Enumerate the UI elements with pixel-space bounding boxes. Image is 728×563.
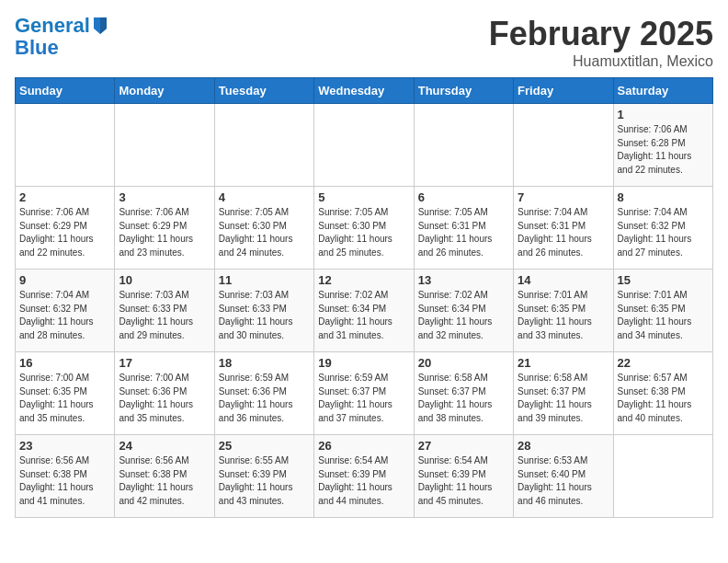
day-number: 26 — [318, 439, 409, 453]
logo-icon — [92, 16, 108, 36]
day-number: 4 — [219, 190, 310, 204]
calendar-cell: 1Sunrise: 7:06 AM Sunset: 6:28 PM Daylig… — [613, 104, 712, 187]
calendar-cell: 26Sunrise: 6:54 AM Sunset: 6:39 PM Dayli… — [314, 435, 414, 518]
day-info: Sunrise: 6:58 AM Sunset: 6:37 PM Dayligh… — [418, 372, 509, 425]
calendar-cell: 25Sunrise: 6:55 AM Sunset: 6:39 PM Dayli… — [214, 435, 313, 518]
calendar-week-row: 1Sunrise: 7:06 AM Sunset: 6:28 PM Daylig… — [16, 104, 713, 187]
day-number: 17 — [119, 356, 210, 370]
day-info: Sunrise: 7:00 AM Sunset: 6:35 PM Dayligh… — [19, 372, 110, 425]
logo-text: General — [15, 15, 90, 37]
calendar-cell: 7Sunrise: 7:04 AM Sunset: 6:31 PM Daylig… — [514, 187, 613, 270]
calendar-cell — [214, 104, 313, 187]
day-info: Sunrise: 6:54 AM Sunset: 6:39 PM Dayligh… — [318, 454, 409, 508]
calendar-cell: 14Sunrise: 7:01 AM Sunset: 6:35 PM Dayli… — [514, 270, 613, 352]
calendar-cell — [115, 104, 214, 187]
day-info: Sunrise: 7:02 AM Sunset: 6:34 PM Dayligh… — [318, 289, 409, 342]
day-info: Sunrise: 6:59 AM Sunset: 6:36 PM Dayligh… — [219, 372, 310, 425]
calendar-title: February 2025 — [489, 15, 713, 53]
day-number: 20 — [418, 356, 509, 370]
calendar-cell: 15Sunrise: 7:01 AM Sunset: 6:35 PM Dayli… — [613, 270, 712, 352]
calendar-cell: 13Sunrise: 7:02 AM Sunset: 6:34 PM Dayli… — [414, 270, 513, 352]
calendar-cell: 8Sunrise: 7:04 AM Sunset: 6:32 PM Daylig… — [613, 187, 712, 270]
day-info: Sunrise: 7:04 AM Sunset: 6:32 PM Dayligh… — [19, 289, 110, 342]
day-info: Sunrise: 7:03 AM Sunset: 6:33 PM Dayligh… — [119, 289, 210, 342]
day-info: Sunrise: 7:06 AM Sunset: 6:29 PM Dayligh… — [19, 206, 110, 259]
day-info: Sunrise: 6:58 AM Sunset: 6:37 PM Dayligh… — [518, 372, 609, 425]
day-info: Sunrise: 6:56 AM Sunset: 6:38 PM Dayligh… — [19, 454, 110, 508]
day-number: 7 — [518, 190, 609, 204]
weekday-header: Monday — [115, 78, 214, 104]
day-number: 24 — [119, 439, 210, 453]
day-number: 15 — [618, 273, 709, 287]
calendar-cell: 24Sunrise: 6:56 AM Sunset: 6:38 PM Dayli… — [115, 435, 214, 518]
day-info: Sunrise: 6:56 AM Sunset: 6:38 PM Dayligh… — [119, 454, 210, 508]
weekday-header: Sunday — [16, 78, 115, 104]
calendar-subtitle: Huamuxtitlan, Mexico — [489, 53, 713, 70]
day-info: Sunrise: 7:02 AM Sunset: 6:34 PM Dayligh… — [418, 289, 509, 342]
day-number: 28 — [518, 439, 609, 453]
calendar-cell: 16Sunrise: 7:00 AM Sunset: 6:35 PM Dayli… — [16, 352, 115, 435]
calendar-cell: 4Sunrise: 7:05 AM Sunset: 6:30 PM Daylig… — [214, 187, 313, 270]
day-number: 18 — [219, 356, 310, 370]
calendar-cell: 6Sunrise: 7:05 AM Sunset: 6:31 PM Daylig… — [414, 187, 513, 270]
weekday-header: Thursday — [414, 78, 513, 104]
day-number: 25 — [219, 439, 310, 453]
calendar-cell: 27Sunrise: 6:54 AM Sunset: 6:39 PM Dayli… — [414, 435, 513, 518]
day-info: Sunrise: 7:01 AM Sunset: 6:35 PM Dayligh… — [518, 289, 609, 342]
calendar-cell: 9Sunrise: 7:04 AM Sunset: 6:32 PM Daylig… — [16, 270, 115, 352]
day-number: 10 — [119, 273, 210, 287]
day-info: Sunrise: 7:01 AM Sunset: 6:35 PM Dayligh… — [618, 289, 709, 342]
day-number: 22 — [618, 356, 709, 370]
day-number: 16 — [19, 356, 110, 370]
calendar-cell: 23Sunrise: 6:56 AM Sunset: 6:38 PM Dayli… — [16, 435, 115, 518]
header-row: SundayMondayTuesdayWednesdayThursdayFrid… — [16, 78, 713, 104]
calendar-cell: 10Sunrise: 7:03 AM Sunset: 6:33 PM Dayli… — [115, 270, 214, 352]
day-info: Sunrise: 7:05 AM Sunset: 6:30 PM Dayligh… — [219, 206, 310, 259]
calendar-cell: 3Sunrise: 7:06 AM Sunset: 6:29 PM Daylig… — [115, 187, 214, 270]
day-number: 1 — [618, 108, 709, 121]
day-number: 8 — [618, 190, 709, 204]
calendar-cell — [314, 104, 414, 187]
day-number: 27 — [418, 439, 509, 453]
calendar-cell — [16, 104, 115, 187]
day-number: 13 — [418, 273, 509, 287]
calendar-cell: 12Sunrise: 7:02 AM Sunset: 6:34 PM Dayli… — [314, 270, 414, 352]
calendar-cell — [414, 104, 513, 187]
day-number: 23 — [19, 439, 110, 453]
calendar-body: 1Sunrise: 7:06 AM Sunset: 6:28 PM Daylig… — [16, 104, 713, 518]
svg-marker-1 — [100, 17, 107, 34]
calendar-cell: 19Sunrise: 6:59 AM Sunset: 6:37 PM Dayli… — [314, 352, 414, 435]
day-number: 19 — [318, 356, 409, 370]
calendar-cell — [514, 104, 613, 187]
calendar-cell: 21Sunrise: 6:58 AM Sunset: 6:37 PM Dayli… — [514, 352, 613, 435]
day-number: 5 — [318, 190, 409, 204]
day-info: Sunrise: 7:05 AM Sunset: 6:31 PM Dayligh… — [418, 206, 509, 259]
day-number: 3 — [119, 190, 210, 204]
day-info: Sunrise: 6:55 AM Sunset: 6:39 PM Dayligh… — [219, 454, 310, 508]
calendar-cell: 2Sunrise: 7:06 AM Sunset: 6:29 PM Daylig… — [16, 187, 115, 270]
day-number: 6 — [418, 190, 509, 204]
day-info: Sunrise: 6:59 AM Sunset: 6:37 PM Dayligh… — [318, 372, 409, 425]
calendar-cell: 5Sunrise: 7:05 AM Sunset: 6:30 PM Daylig… — [314, 187, 414, 270]
header: General Blue February 2025 Huamuxtitlan,… — [15, 15, 713, 70]
day-info: Sunrise: 6:57 AM Sunset: 6:38 PM Dayligh… — [618, 372, 709, 425]
weekday-header: Friday — [514, 78, 613, 104]
calendar-cell: 18Sunrise: 6:59 AM Sunset: 6:36 PM Dayli… — [214, 352, 313, 435]
day-info: Sunrise: 7:06 AM Sunset: 6:28 PM Dayligh… — [618, 123, 709, 177]
weekday-header: Saturday — [613, 78, 712, 104]
day-number: 12 — [318, 273, 409, 287]
calendar-cell: 11Sunrise: 7:03 AM Sunset: 6:33 PM Dayli… — [214, 270, 313, 352]
calendar-week-row: 2Sunrise: 7:06 AM Sunset: 6:29 PM Daylig… — [16, 187, 713, 270]
day-number: 21 — [518, 356, 609, 370]
calendar-cell — [613, 435, 712, 518]
day-info: Sunrise: 6:54 AM Sunset: 6:39 PM Dayligh… — [418, 454, 509, 508]
calendar-cell: 17Sunrise: 7:00 AM Sunset: 6:36 PM Dayli… — [115, 352, 214, 435]
day-number: 14 — [518, 273, 609, 287]
day-number: 11 — [219, 273, 310, 287]
day-info: Sunrise: 7:04 AM Sunset: 6:32 PM Dayligh… — [618, 206, 709, 259]
calendar-cell: 20Sunrise: 6:58 AM Sunset: 6:37 PM Dayli… — [414, 352, 513, 435]
logo: General Blue — [15, 15, 108, 59]
calendar-cell: 22Sunrise: 6:57 AM Sunset: 6:38 PM Dayli… — [613, 352, 712, 435]
day-info: Sunrise: 7:05 AM Sunset: 6:30 PM Dayligh… — [318, 206, 409, 259]
day-number: 9 — [19, 273, 110, 287]
